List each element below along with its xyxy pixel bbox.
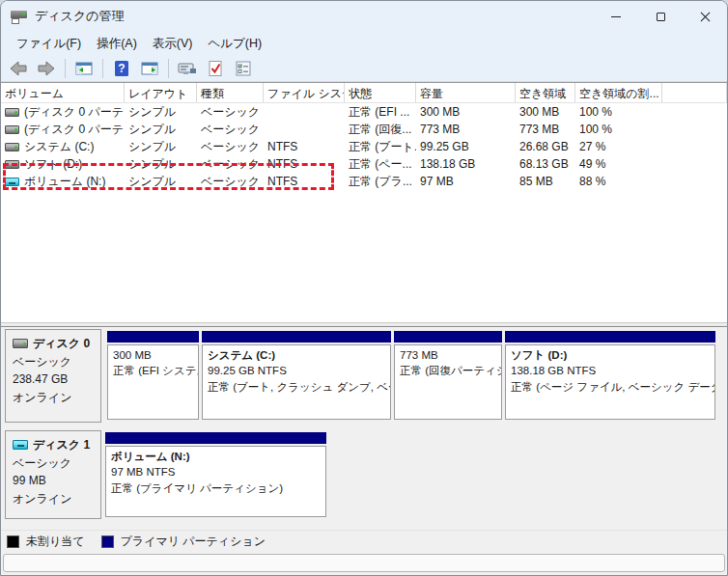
partition-volume-n[interactable]: ボリューム (N:) 97 MB NTFS 正常 (プライマリ パーティション) — [105, 432, 326, 517]
partition-system-c[interactable]: システム (C:) 99.25 GB NTFS 正常 (ブート, クラッシュ ダ… — [202, 331, 391, 420]
column-header-layout[interactable]: レイアウト — [125, 83, 197, 102]
partition-color-bar — [202, 331, 391, 343]
volume-status: 正常 (回復... — [345, 122, 416, 138]
console-tree-button[interactable] — [72, 58, 96, 79]
partition-status: 正常 (ページ ファイル, ベーシック データ パ- — [511, 379, 710, 395]
volume-row-volume-n[interactable]: ボリューム (N:) シンプル ベーシック NTFS 正常 (プラ... 97 … — [1, 173, 727, 190]
volume-free-percent: 49 % — [575, 157, 662, 171]
disk-status: オンライン — [13, 490, 94, 508]
volume-free: 26.68 GB — [516, 140, 575, 153]
minimize-icon — [611, 16, 621, 17]
disk-management-window: ディスクの管理 ファイル(F) 操作(A) 表示(V) ヘルプ(H) — [0, 0, 728, 576]
volume-name: (ディスク 0 パーティシ... — [24, 104, 125, 121]
volume-free-percent: 100 % — [575, 105, 662, 119]
column-header-capacity[interactable]: 容量 — [416, 83, 516, 102]
menu-file[interactable]: ファイル(F) — [9, 33, 89, 55]
window-controls — [594, 1, 727, 32]
volume-row-disk0-partition1[interactable]: (ディスク 0 パーティシ... シンプル ベーシック 正常 (EFI ... … — [1, 103, 727, 121]
column-header-type[interactable]: 種類 — [197, 83, 264, 102]
volume-row-system-c[interactable]: システム (C:) シンプル ベーシック NTFS 正常 (ブート... 99.… — [1, 138, 727, 155]
menu-view[interactable]: 表示(V) — [145, 33, 201, 55]
partition-title: ソフト (D:) — [511, 347, 710, 363]
legend-label-unallocated: 未割り当て — [26, 534, 85, 550]
disk-size: 238.47 GB — [13, 370, 94, 389]
check-button[interactable] — [204, 58, 227, 79]
volume-type: ベーシック — [197, 122, 264, 138]
partition-status: 正常 (EFI システム — [113, 363, 193, 378]
volume-icon — [5, 125, 19, 134]
volume-status: 正常 (プラ... — [345, 174, 416, 190]
volume-filesystem: NTFS — [264, 157, 345, 171]
volume-row-soft-d[interactable]: ソフト (D:) シンプル ベーシック NTFS 正常 (ペー... 138.1… — [1, 155, 727, 173]
partition-efi[interactable]: 300 MB 正常 (EFI システム — [107, 331, 199, 420]
partition-size: 300 MB — [113, 347, 193, 363]
volume-list-pane: ボリューム レイアウト 種類 ファイル システム 状態 容量 空き領域 空き領域… — [1, 82, 727, 322]
disk-kind: ベーシック — [13, 454, 94, 473]
toolbar-separator — [65, 59, 66, 78]
column-header-filesystem[interactable]: ファイル システム — [264, 83, 345, 102]
legend-bar: 未割り当て プライマリ パーティション — [1, 530, 727, 552]
partition-title: システム (C:) — [208, 347, 385, 363]
volume-capacity: 97 MB — [416, 175, 516, 188]
back-button[interactable] — [7, 58, 30, 79]
forward-button[interactable] — [35, 58, 58, 79]
volume-free: 773 MB — [516, 123, 575, 136]
volume-free-percent: 100 % — [575, 123, 662, 136]
task-list-icon — [234, 59, 253, 78]
forward-icon — [37, 59, 56, 78]
column-header-status[interactable]: 状態 — [345, 83, 416, 102]
volume-filesystem: NTFS — [264, 140, 345, 153]
volume-capacity: 138.18 GB — [416, 157, 516, 171]
volume-type: ベーシック — [197, 104, 264, 121]
volume-icon — [5, 160, 19, 169]
volume-layout: シンプル — [125, 174, 197, 190]
close-button[interactable] — [683, 1, 727, 32]
minimize-button[interactable] — [594, 1, 638, 32]
disk-0-row: ディスク 0 ベーシック 238.47 GB オンライン 300 MB 正常 (… — [1, 329, 727, 423]
volume-name: ボリューム (N:) — [24, 174, 105, 190]
action-pane-icon — [140, 60, 159, 77]
partition-title: ボリューム (N:) — [111, 449, 321, 464]
help-button[interactable]: ? — [110, 58, 133, 79]
volume-layout: シンプル — [125, 122, 197, 138]
volume-free: 300 MB — [516, 105, 575, 119]
partition-color-bar — [105, 432, 326, 444]
properties-button[interactable] — [176, 58, 199, 79]
volume-icon — [5, 178, 19, 186]
console-tree-icon — [74, 60, 94, 77]
task-list-button[interactable] — [232, 58, 255, 79]
volume-icon — [5, 108, 19, 117]
volume-filesystem: NTFS — [264, 175, 345, 188]
menu-help[interactable]: ヘルプ(H) — [200, 33, 269, 55]
volume-free-percent: 88 % — [575, 175, 662, 188]
back-icon — [9, 59, 28, 78]
partition-color-bar — [394, 331, 502, 343]
volume-capacity: 99.25 GB — [416, 140, 516, 153]
partition-recovery[interactable]: 773 MB 正常 (回復パーティシ — [394, 331, 502, 420]
volume-row-disk0-partition2[interactable]: (ディスク 0 パーティシ... シンプル ベーシック 正常 (回復... 77… — [1, 121, 727, 138]
menu-action[interactable]: 操作(A) — [89, 33, 145, 55]
properties-icon — [177, 60, 198, 77]
disk-1-label[interactable]: ディスク 1 ベーシック 99 MB オンライン — [5, 430, 101, 519]
volume-type: ベーシック — [197, 139, 264, 155]
disk-0-label[interactable]: ディスク 0 ベーシック 238.47 GB オンライン — [5, 329, 101, 423]
column-header-volume[interactable]: ボリューム — [1, 83, 125, 102]
volume-free-percent: 27 % — [575, 140, 662, 153]
volume-capacity: 773 MB — [416, 123, 516, 136]
menu-bar: ファイル(F) 操作(A) 表示(V) ヘルプ(H) — [1, 32, 727, 55]
column-header-empty — [662, 83, 727, 102]
maximize-button[interactable] — [638, 1, 683, 32]
svg-text:?: ? — [118, 62, 125, 75]
action-pane-button[interactable] — [138, 58, 161, 79]
partition-color-bar — [505, 331, 715, 343]
volume-name: ソフト (D:) — [24, 156, 82, 173]
disk-drive-icon — [11, 10, 27, 24]
close-icon — [700, 12, 711, 22]
column-header-free-percent[interactable]: 空き領域の割... — [575, 83, 662, 102]
column-header-free-space[interactable]: 空き領域 — [516, 83, 575, 102]
legend-swatch-unallocated — [7, 535, 19, 548]
partition-status: 正常 (回復パーティシ — [400, 363, 496, 378]
partition-soft-d[interactable]: ソフト (D:) 138.18 GB NTFS 正常 (ページ ファイル, ベー… — [505, 331, 715, 420]
legend-label-primary-partition: プライマリ パーティション — [121, 534, 266, 550]
volume-type: ベーシック — [197, 156, 264, 173]
